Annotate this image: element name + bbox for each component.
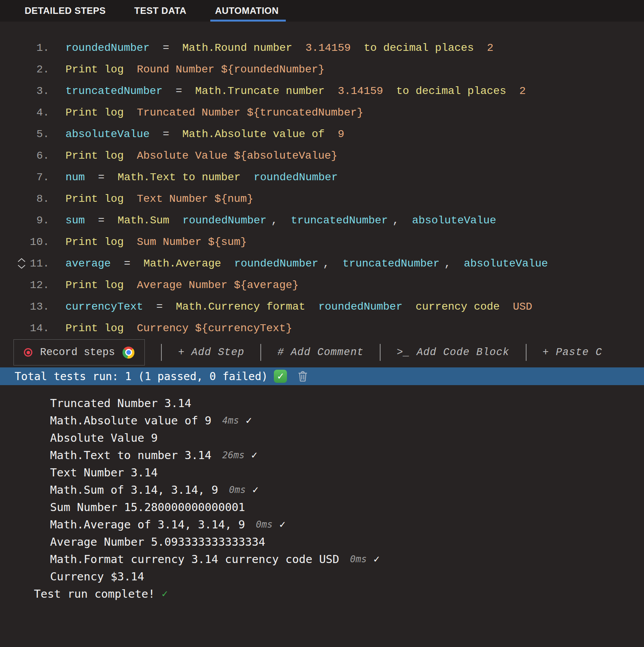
- step-token: truncatedNumber: [342, 258, 439, 270]
- step-token: ,: [323, 258, 330, 270]
- step-duration: 0ms: [350, 554, 367, 565]
- chevron-down-icon: [17, 265, 26, 270]
- toolbar-item[interactable]: >_ Add Code Block: [397, 347, 509, 358]
- check-icon: ✓: [251, 450, 258, 460]
- step-row[interactable]: 2. Print logRound Number ${roundedNumber…: [0, 59, 644, 80]
- step-token: to decimal places: [364, 42, 474, 54]
- step-token: 2: [519, 85, 526, 97]
- step-row[interactable]: 10. Print logSum Number ${sum}: [0, 231, 644, 253]
- step-token: =: [163, 42, 169, 54]
- step-row[interactable]: 1. roundedNumber=Math.Round number3.1415…: [0, 37, 644, 59]
- console-line: Absolute Value 9: [0, 429, 644, 446]
- step-token: 3.14159: [338, 85, 383, 97]
- toolbar-separator: [260, 344, 261, 361]
- step-content: num=Math.Text to numberroundedNumber: [65, 171, 338, 183]
- automation-toolbar: Record steps + Add Step# Add Comment>_ A…: [13, 339, 644, 366]
- step-token: Truncated Number ${truncatedNumber}: [137, 107, 363, 119]
- step-row[interactable]: 9. sum=Math.SumroundedNumber,truncatedNu…: [0, 210, 644, 231]
- console-text: Truncated Number 3.14: [50, 397, 191, 410]
- step-token: roundedNumber: [254, 171, 338, 183]
- chrome-icon: [122, 347, 134, 359]
- console-text: Average Number 5.093333333333334: [50, 535, 265, 548]
- step-row[interactable]: 3. truncatedNumber=Math.Truncate number3…: [0, 80, 644, 102]
- step-token: Math.Currency format: [176, 301, 305, 313]
- step-number: 8.: [0, 193, 49, 205]
- toolbar-item[interactable]: + Paste C: [543, 347, 602, 358]
- step-token: roundedNumber: [234, 258, 318, 270]
- step-number: 10.: [0, 236, 49, 248]
- green-check-badge[interactable]: ✓: [274, 370, 287, 383]
- step-number: 2.: [0, 64, 49, 75]
- step-row[interactable]: 14. Print logCurrency ${currencyText}: [0, 317, 644, 339]
- reorder-handle[interactable]: [17, 258, 26, 270]
- step-row[interactable]: 8. Print logText Number ${num}: [0, 188, 644, 210]
- step-token: Math.Average: [143, 258, 221, 270]
- step-token: num: [65, 171, 85, 183]
- step-row[interactable]: 11. average=Math.AverageroundedNumber,tr…: [0, 253, 644, 274]
- check-icon: ✓: [161, 589, 168, 599]
- step-token: USD: [513, 301, 532, 313]
- step-token: roundedNumber: [183, 215, 267, 226]
- console-text: Currency $3.14: [50, 570, 144, 583]
- tab-test-data[interactable]: TEST DATA: [133, 0, 188, 22]
- step-row[interactable]: 6. Print logAbsolute Value ${absoluteVal…: [0, 145, 644, 166]
- step-token: sum: [65, 215, 85, 226]
- step-number: 4.: [0, 107, 49, 119]
- step-token: 9: [338, 128, 344, 140]
- trash-icon[interactable]: [298, 370, 308, 382]
- console-text: Sum Number 15.280000000000001: [50, 501, 245, 514]
- step-content: roundedNumber=Math.Round number3.14159to…: [65, 42, 493, 54]
- step-token: Print log: [65, 279, 124, 291]
- console-line: Test run complete! ✓: [0, 585, 644, 602]
- step-row[interactable]: 5. absoluteValue=Math.Absolute value of9: [0, 123, 644, 145]
- step-token: Math.Sum: [117, 215, 169, 226]
- step-content: average=Math.AverageroundedNumber,trunca…: [65, 258, 548, 270]
- step-content: Print logTruncated Number ${truncatedNum…: [65, 107, 363, 119]
- step-token: Math.Text to number: [117, 171, 240, 183]
- step-token: to decimal places: [396, 85, 506, 97]
- console-line: Math.Absolute value of 9 4ms ✓: [0, 412, 644, 429]
- step-token: Math.Truncate number: [195, 85, 325, 97]
- tab-automation[interactable]: AUTOMATION: [213, 0, 280, 22]
- step-number: 7.: [0, 171, 49, 183]
- step-row[interactable]: 4. Print logTruncated Number ${truncated…: [0, 102, 644, 123]
- record-steps-button[interactable]: Record steps: [13, 339, 145, 365]
- step-number: 6.: [0, 150, 49, 162]
- step-duration: 0ms: [256, 519, 272, 530]
- step-row[interactable]: 13. currencyText=Math.Currency formatrou…: [0, 296, 644, 317]
- toolbar-item[interactable]: + Add Step: [178, 347, 244, 358]
- step-duration: 0ms: [229, 484, 246, 495]
- record-steps-label: Record steps: [40, 347, 115, 358]
- step-token: Currency ${currencyText}: [137, 322, 292, 334]
- step-token: roundedNumber: [319, 301, 402, 313]
- console-text: Math.Text to number 3.14: [50, 449, 211, 462]
- step-token: Round Number ${roundedNumber}: [137, 64, 324, 75]
- step-token: Sum Number ${sum}: [137, 236, 247, 248]
- step-token: truncatedNumber: [291, 215, 388, 226]
- step-token: Print log: [65, 236, 124, 248]
- step-token: =: [98, 215, 104, 226]
- toolbar-item[interactable]: # Add Comment: [277, 347, 364, 358]
- console-output: Truncated Number 3.14 Math.Absolute valu…: [0, 385, 644, 602]
- tab-bar: DETAILED STEPSTEST DATAAUTOMATION: [0, 0, 644, 22]
- console-text: Absolute Value 9: [50, 431, 158, 444]
- step-token: =: [124, 258, 131, 270]
- step-token: Math.Absolute value of: [182, 128, 325, 140]
- chevron-up-icon: [17, 258, 26, 263]
- step-content: Print logText Number ${num}: [65, 193, 253, 205]
- step-token: Print log: [65, 193, 124, 205]
- step-row[interactable]: 7. num=Math.Text to numberroundedNumber: [0, 166, 644, 188]
- toolbar-separator: [526, 344, 527, 361]
- console-text: Math.Sum of 3.14, 3.14, 9: [50, 483, 218, 496]
- console-text: Math.Average of 3.14, 3.14, 9: [50, 518, 245, 531]
- step-content: sum=Math.SumroundedNumber,truncatedNumbe…: [65, 215, 496, 226]
- step-content: currencyText=Math.Currency formatrounded…: [65, 301, 532, 313]
- check-icon: ✓: [245, 416, 252, 426]
- step-content: truncatedNumber=Math.Truncate number3.14…: [65, 85, 526, 97]
- step-content: Print logRound Number ${roundedNumber}: [65, 64, 325, 75]
- step-token: absoluteValue: [412, 215, 496, 226]
- console-line: Average Number 5.093333333333334: [0, 533, 644, 550]
- tab-detailed-steps[interactable]: DETAILED STEPS: [23, 0, 107, 22]
- step-number: 13.: [0, 301, 49, 313]
- step-row[interactable]: 12. Print logAverage Number ${average}: [0, 274, 644, 296]
